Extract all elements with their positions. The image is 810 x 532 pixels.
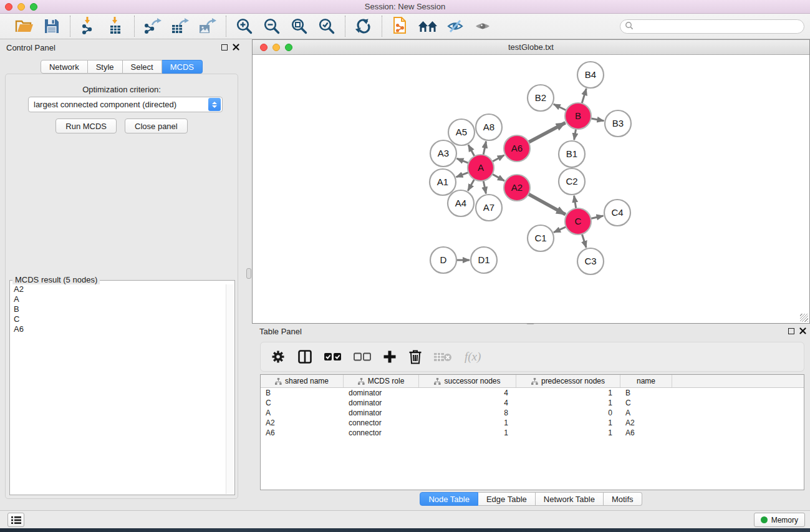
refresh-network-icon[interactable] (353, 16, 374, 37)
deselect-all-rows-icon[interactable] (354, 352, 371, 361)
table-row-a6[interactable]: A6connector11A6 (261, 428, 804, 438)
net-zoom-button[interactable] (285, 44, 292, 51)
run-mcds-button[interactable]: Run MCDS (55, 118, 117, 133)
result-item-a6[interactable]: A6 (10, 324, 226, 334)
column-header-predecessor-nodes[interactable]: predecessor nodes (516, 375, 620, 387)
net-minimize-button[interactable] (272, 44, 280, 51)
tab-network-table[interactable]: Network Table (536, 492, 604, 506)
table-close-panel-icon[interactable] (799, 327, 806, 334)
node-B4[interactable]: B4 (577, 62, 604, 88)
cell[interactable]: C (620, 398, 672, 408)
zoom-out-icon[interactable] (261, 16, 282, 37)
table-float-panel-icon[interactable] (788, 328, 794, 334)
window-resize-grip[interactable] (800, 314, 808, 322)
node-D[interactable]: D (430, 247, 456, 273)
tab-motifs[interactable]: Motifs (604, 492, 642, 506)
show-graphics-details-icon[interactable] (472, 16, 493, 37)
zoom-fit-icon[interactable] (289, 16, 310, 37)
node-D1[interactable]: D1 (471, 247, 497, 273)
minimize-window-button[interactable] (17, 3, 25, 11)
result-item-a2[interactable]: A2 (10, 284, 226, 294)
table-settings-icon[interactable] (271, 349, 286, 364)
tab-node-table[interactable]: Node Table (420, 492, 478, 506)
node-C3[interactable]: C3 (577, 248, 604, 274)
network-from-document-icon[interactable] (390, 16, 411, 37)
node-A7[interactable]: A7 (476, 195, 502, 221)
column-header-MCDS-role[interactable]: MCDS role (344, 375, 419, 387)
tab-style[interactable]: Style (88, 60, 123, 74)
tab-edge-table[interactable]: Edge Table (478, 492, 536, 506)
close-panel-icon[interactable] (233, 44, 239, 51)
float-panel-icon[interactable] (221, 44, 228, 51)
cell[interactable]: 4 (419, 388, 516, 398)
delete-row-icon[interactable] (408, 349, 422, 364)
tab-mcds[interactable]: MCDS (162, 60, 203, 74)
vertical-split-handle[interactable] (246, 268, 251, 279)
import-network-icon[interactable] (78, 16, 99, 37)
network-graph[interactable]: B4B2BB3A5A8A6B1A3AA1C2A2A4A7CC4C1C3DD1 (253, 55, 809, 323)
table-row-b[interactable]: Bdominator41B (261, 388, 804, 398)
cell[interactable]: 0 (516, 408, 620, 418)
node-B3[interactable]: B3 (605, 110, 631, 137)
zoom-in-icon[interactable] (234, 16, 255, 37)
search-input[interactable] (634, 21, 804, 32)
node-A3[interactable]: A3 (430, 140, 456, 167)
node-B[interactable]: B (565, 103, 591, 129)
tab-select[interactable]: Select (123, 60, 162, 74)
node-A4[interactable]: A4 (448, 190, 474, 216)
search-field[interactable] (620, 19, 804, 34)
node-A5[interactable]: A5 (448, 119, 475, 145)
node-A1[interactable]: A1 (430, 169, 456, 195)
cell[interactable]: A (261, 408, 344, 418)
cell[interactable]: connector (344, 418, 419, 428)
export-network-icon[interactable] (142, 16, 163, 37)
cell[interactable]: 4 (419, 398, 516, 408)
cell[interactable]: 1 (419, 418, 516, 428)
column-header-successor-nodes[interactable]: successor nodes (419, 375, 516, 387)
zoom-window-button[interactable] (30, 3, 37, 11)
home-icon[interactable] (417, 16, 438, 37)
cell[interactable]: dominator (344, 398, 419, 408)
table-row-a2[interactable]: A2connector11A2 (261, 418, 804, 428)
result-scrollbar[interactable] (226, 284, 234, 494)
cell[interactable]: dominator (344, 388, 419, 398)
node-C[interactable]: C (565, 208, 591, 235)
open-session-icon[interactable] (14, 16, 35, 37)
hide-graphics-details-icon[interactable] (445, 16, 466, 37)
cell[interactable]: A6 (261, 428, 344, 438)
cell[interactable]: connector (344, 428, 419, 438)
zoom-selected-icon[interactable] (316, 16, 337, 37)
cell[interactable]: 1 (516, 388, 620, 398)
node-C4[interactable]: C4 (604, 200, 630, 226)
node-A2[interactable]: A2 (504, 175, 530, 201)
node-A8[interactable]: A8 (476, 114, 502, 140)
add-row-icon[interactable] (383, 350, 397, 364)
result-item-a[interactable]: A (10, 294, 226, 304)
result-item-c[interactable]: C (10, 314, 226, 324)
cell[interactable]: 1 (516, 398, 620, 408)
cell[interactable]: C (261, 398, 344, 408)
cell[interactable]: B (261, 388, 344, 398)
close-panel-button[interactable]: Close panel (125, 118, 188, 133)
column-header-name[interactable]: name (620, 375, 672, 387)
cell[interactable]: A6 (620, 428, 672, 438)
export-image-icon[interactable] (197, 16, 218, 37)
column-header-shared-name[interactable]: shared name (261, 375, 344, 387)
node-A6[interactable]: A6 (504, 135, 530, 162)
net-close-button[interactable] (260, 44, 268, 51)
cell[interactable]: 1 (419, 428, 516, 438)
cell[interactable]: 1 (516, 428, 620, 438)
cell[interactable]: dominator (344, 408, 419, 418)
close-window-button[interactable] (5, 3, 12, 11)
import-table-icon[interactable] (105, 16, 127, 37)
node-A[interactable]: A (468, 155, 494, 181)
save-session-icon[interactable] (41, 16, 62, 37)
cell[interactable]: 8 (419, 408, 516, 418)
export-table-icon[interactable] (170, 16, 191, 37)
node-B1[interactable]: B1 (559, 141, 585, 167)
cell[interactable]: A2 (620, 418, 672, 428)
tab-network[interactable]: Network (41, 60, 88, 74)
criterion-dropdown[interactable]: largest connected component (directed) (28, 97, 223, 112)
task-history-button[interactable] (7, 513, 24, 527)
cell[interactable]: A (620, 408, 672, 418)
